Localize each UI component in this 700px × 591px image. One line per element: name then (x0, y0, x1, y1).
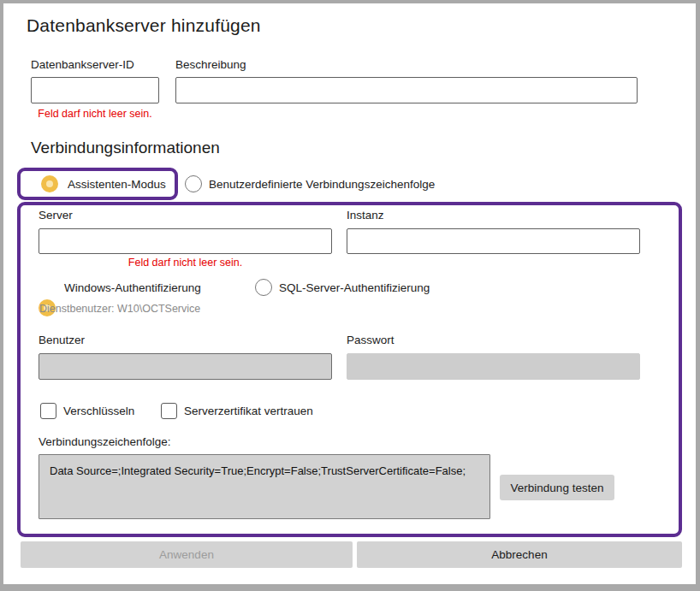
sql-auth-radio-icon[interactable] (255, 279, 272, 296)
connection-string-label: Verbindungszeichenfolge: (39, 435, 171, 448)
server-id-input[interactable] (31, 77, 159, 103)
windows-auth-radio-label[interactable]: Windows-Authentifizierung (64, 281, 201, 294)
server-id-label: Datenbankserver-ID (31, 58, 134, 71)
wizard-mode-radio-label[interactable]: Assistenten-Modus (68, 178, 166, 191)
server-id-validation-error: Feld darf nicht leer sein. (31, 108, 159, 120)
test-connection-button[interactable]: Verbindung testen (500, 475, 614, 500)
password-input (347, 353, 640, 380)
wizard-mode-radio-icon[interactable] (41, 175, 58, 192)
sql-auth-radio-label[interactable]: SQL-Server-Authentifizierung (279, 281, 430, 294)
custom-connection-string-radio-icon[interactable] (185, 175, 202, 192)
instance-label: Instanz (347, 209, 384, 222)
cancel-button[interactable]: Abbrechen (357, 541, 682, 568)
encrypt-checkbox-icon[interactable] (40, 403, 56, 419)
user-input (39, 353, 332, 380)
custom-connection-string-radio-label[interactable]: Benutzerdefinierte Verbindungszeichenfol… (209, 178, 435, 191)
description-label: Beschreibung (175, 58, 246, 71)
service-user-note: Dienstbenutzer: W10\OCTService (39, 303, 200, 315)
server-input[interactable] (39, 228, 332, 254)
trust-certificate-checkbox-icon[interactable] (161, 403, 177, 419)
server-validation-error: Feld darf nicht leer sein. (39, 257, 332, 269)
add-database-server-dialog: Datenbankserver hinzufügen Datenbankserv… (0, 0, 700, 591)
description-input[interactable] (175, 77, 638, 103)
user-label: Benutzer (39, 334, 85, 346)
password-label: Passwort (347, 334, 394, 346)
encrypt-checkbox-label[interactable]: Verschlüsseln (63, 405, 134, 417)
connection-section-heading: Verbindungsinformationen (31, 139, 220, 157)
server-label: Server (39, 209, 73, 222)
instance-input[interactable] (347, 228, 640, 254)
apply-button[interactable]: Anwenden (21, 541, 353, 568)
page-title: Datenbankserver hinzufügen (27, 15, 261, 36)
trust-certificate-checkbox-label[interactable]: Serverzertifikat vertrauen (184, 405, 313, 417)
connection-string-box: Data Source=;Integrated Security=True;En… (39, 454, 490, 519)
